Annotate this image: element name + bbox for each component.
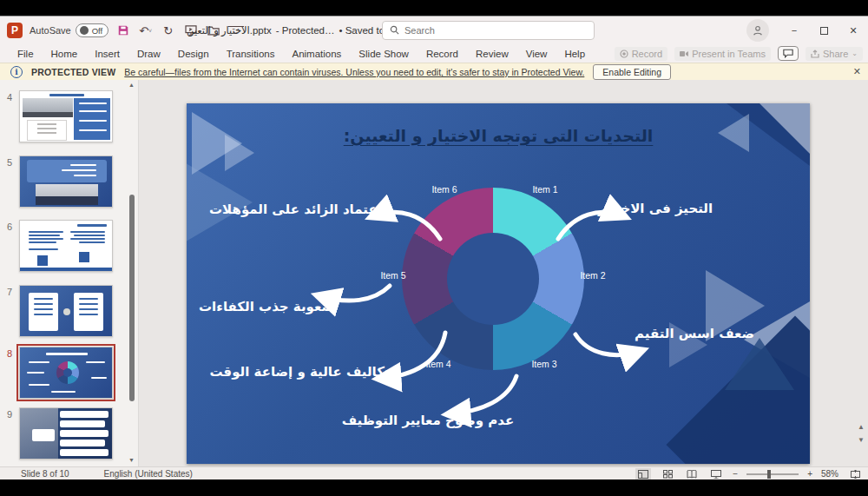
slide-edit-area: التحديات التى توتجه الاختيار و التعيين: … [139, 80, 868, 466]
scroll-up-icon[interactable]: ▲ [128, 82, 135, 88]
tab-draw[interactable]: Draw [128, 46, 169, 62]
protected-view-message[interactable]: Be careful—files from the Internet can c… [124, 67, 584, 77]
teams-icon [680, 50, 688, 58]
file-name: الاختيار و التعين.pptx [187, 24, 272, 36]
callout-high-costs-time-waste[interactable]: تكاليف عالية و إضاعة الوقت [209, 364, 389, 380]
scrollbar-thumb[interactable] [129, 195, 135, 401]
minimize-button[interactable]: − [779, 17, 809, 43]
slide-number: 6 [7, 222, 12, 232]
account-icon[interactable] [746, 19, 769, 42]
search-bar[interactable] [382, 21, 595, 40]
tab-insert[interactable]: Insert [86, 46, 128, 62]
powerpoint-icon[interactable]: P [7, 23, 23, 38]
slide-canvas[interactable]: التحديات التى توتجه الاختيار و التعيين: … [187, 103, 810, 464]
zoom-slider[interactable] [746, 473, 799, 475]
slide-9-thumbnail[interactable] [19, 407, 113, 460]
search-icon [390, 23, 399, 38]
zoom-out-button[interactable]: − [733, 469, 738, 479]
slide-number: 8 [7, 348, 12, 359]
slideshow-view-button[interactable] [708, 468, 724, 480]
screen-bezel-bottom [0, 479, 868, 496]
slide-thumbnail-panel: 4 5 [0, 80, 139, 466]
autosave-switch[interactable]: Off [76, 23, 108, 37]
slide-number: 7 [7, 287, 12, 297]
tab-animations[interactable]: Animations [283, 46, 350, 62]
tab-help[interactable]: Help [556, 46, 594, 62]
file-status: - Protected… [276, 25, 335, 36]
tab-transitions[interactable]: Transitions [218, 46, 284, 62]
autosave-label: AutoSave [30, 25, 71, 36]
slide-7-thumbnail[interactable] [19, 285, 113, 337]
language-indicator[interactable]: English (United States) [104, 469, 193, 479]
tab-view[interactable]: View [517, 46, 556, 62]
title-bar: P AutoSave Off ↶˅ ↻ ⌄ الاختيار و الت [0, 17, 868, 44]
status-bar: Slide 8 of 10 English (United States) − … [0, 466, 868, 480]
comment-icon [783, 49, 793, 58]
protected-view-label: PROTECTED VIEW [31, 67, 115, 77]
tab-record[interactable]: Record [418, 46, 467, 62]
slide-4-thumbnail[interactable] [19, 90, 113, 142]
thumbnail-scrollbar[interactable]: ▲ ▼ [128, 80, 136, 466]
share-button[interactable]: Share ⌄ [806, 47, 863, 61]
restore-button[interactable] [809, 17, 838, 43]
redo-icon[interactable]: ↻ [161, 23, 176, 38]
callout-unclear-hiring-criteria[interactable]: عدم وضوح معايير التوظيف [342, 413, 515, 428]
banner-close-icon[interactable]: ✕ [853, 66, 861, 77]
reading-view-button[interactable] [684, 468, 700, 480]
tab-review[interactable]: Review [467, 46, 517, 62]
zoom-in-button[interactable]: + [807, 469, 812, 479]
zoom-level[interactable]: 58% [821, 469, 838, 479]
main-area: 4 5 [0, 80, 868, 466]
normal-view-button[interactable] [635, 468, 651, 480]
powerpoint-window: P AutoSave Off ↶˅ ↻ ⌄ الاختيار و الت [0, 16, 868, 479]
comments-button[interactable] [778, 46, 799, 61]
slide-6-thumbnail[interactable] [19, 220, 113, 272]
share-icon [811, 50, 819, 58]
present-in-teams-button[interactable]: Present in Teams [674, 47, 771, 61]
scroll-down-icon[interactable]: ▼ [128, 457, 135, 463]
record-icon [620, 50, 628, 58]
tab-file[interactable]: File [9, 46, 43, 62]
callout-difficulty-attracting-talent[interactable]: صعوبة جذب الكفاءات [199, 299, 334, 314]
save-icon[interactable] [115, 23, 131, 38]
shield-info-icon: i [10, 66, 23, 78]
callout-weak-evaluation-bases[interactable]: ضعف اسس التقيم [635, 326, 754, 341]
autosave-state: Off [92, 26, 103, 36]
tab-home[interactable]: Home [43, 46, 87, 62]
callout-arrows [187, 103, 810, 464]
callout-bias-in-selection[interactable]: التحيز فى الاختيار [598, 201, 713, 216]
slide-indicator[interactable]: Slide 8 of 10 [21, 469, 69, 479]
enable-editing-button[interactable]: Enable Editing [593, 64, 671, 80]
previous-slide-button[interactable]: ▲ [858, 423, 865, 431]
callout-overreliance-qualifications[interactable]: الاعتماد الزائد على المؤهلات [209, 202, 391, 217]
search-input[interactable] [404, 25, 587, 36]
next-slide-button[interactable]: ▼ [858, 436, 865, 444]
tab-design[interactable]: Design [169, 46, 218, 62]
slide-number: 5 [7, 157, 12, 168]
slide-8-thumbnail-selected[interactable] [19, 347, 113, 399]
protected-view-banner: i PROTECTED VIEW Be careful—files from t… [0, 63, 868, 82]
fit-slide-to-window-button[interactable] [847, 468, 863, 480]
record-button[interactable]: Record [615, 47, 667, 61]
slide-sorter-view-button[interactable] [660, 468, 675, 480]
toggle-knob-icon [80, 26, 89, 35]
tab-slide-show[interactable]: Slide Show [350, 46, 418, 62]
ribbon-tab-bar: File Home Insert Draw Design Transitions… [0, 44, 868, 63]
slide-5-thumbnail[interactable] [19, 155, 113, 208]
slide-number: 4 [7, 92, 12, 103]
undo-icon[interactable]: ↶˅ [138, 23, 154, 38]
zoom-slider-thumb[interactable] [767, 470, 771, 479]
autosave-toggle[interactable]: AutoSave Off [30, 23, 108, 37]
close-button[interactable]: ✕ [838, 17, 868, 43]
slide-number: 9 [7, 409, 12, 420]
screen-bezel-top [0, 0, 868, 16]
